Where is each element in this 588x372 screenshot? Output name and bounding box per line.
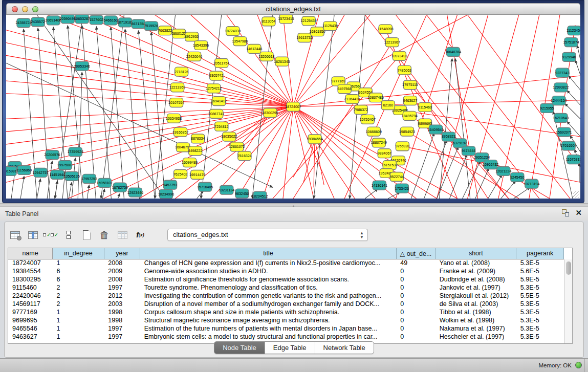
graph-node[interactable]: 62160 xyxy=(381,101,395,110)
graph-node[interactable]: 16210643 xyxy=(553,113,569,122)
graph-node[interactable]: 6497568 xyxy=(338,84,352,94)
column-header-short[interactable]: short xyxy=(435,248,516,259)
table-row[interactable]: 969969511998Structural magnetic resonanc… xyxy=(8,316,564,324)
graph-node[interactable]: 16782759 xyxy=(112,183,128,192)
network-window-titlebar[interactable]: citations_edges.txt xyxy=(6,3,580,15)
table-row[interactable]: 1830029562008Estimation of significance … xyxy=(8,275,564,283)
column-header-title[interactable]: title xyxy=(140,248,396,259)
graph-node[interactable]: 11123454 xyxy=(567,26,580,35)
column-header-out_de[interactable]: △ out_de... xyxy=(396,248,435,259)
close-panel-icon[interactable]: ✕ xyxy=(575,209,582,216)
graph-node[interactable]: 18724007 xyxy=(285,102,301,112)
network-canvas[interactable]: 1872400718300295193845542435572424355722… xyxy=(6,15,580,199)
tab-network-table[interactable]: Network Table xyxy=(315,342,374,354)
graph-node[interactable]: 15720407 xyxy=(360,115,376,124)
delete-table-icon[interactable]: 🗑 xyxy=(98,229,111,241)
graph-node[interactable]: 15716485 xyxy=(197,182,213,191)
graph-node[interactable]: 13200618 xyxy=(258,52,274,61)
graph-node[interactable]: 10688609 xyxy=(366,127,382,136)
graph-node[interactable]: 8113054 xyxy=(262,17,276,26)
graph-node[interactable]: 12021224 xyxy=(495,167,511,176)
column-header-in_degree[interactable]: in_degree xyxy=(53,248,104,259)
graph-node[interactable]: 8878334 xyxy=(191,134,205,143)
graph-node[interactable]: 10653287 xyxy=(74,15,90,24)
graph-node[interactable]: 10234996 xyxy=(158,189,174,199)
scrollbar-thumb[interactable] xyxy=(566,261,571,275)
graph-node[interactable]: 9227343 xyxy=(555,68,569,77)
graph-node[interactable]: 8912955 xyxy=(185,32,199,41)
table-row[interactable]: 1872400712008Changes of HCN gene express… xyxy=(8,259,564,267)
graph-node[interactable]: 12213369 xyxy=(169,83,185,92)
graph-node[interactable]: 15692071 xyxy=(556,127,572,137)
graph-node[interactable]: 2718126 xyxy=(175,67,188,76)
graph-node[interactable]: 12861072 xyxy=(229,142,245,151)
graph-node[interactable]: 12923446 xyxy=(127,188,143,197)
table-row[interactable]: 911546021997Tourette syndrome. Phenomeno… xyxy=(8,283,564,292)
graph-node[interactable]: 10654938 xyxy=(166,114,182,123)
graph-node[interactable]: 7663822 xyxy=(158,26,172,35)
graph-node[interactable]: 8671358 xyxy=(132,19,145,29)
graph-node[interactable]: 16261345 xyxy=(274,57,290,66)
function-builder-icon[interactable]: f(x) xyxy=(134,229,146,241)
graph-node[interactable]: 12213967 xyxy=(384,38,400,47)
column-header-pagerank[interactable]: pagerank xyxy=(516,248,564,259)
graph-node[interactable]: 14136141 xyxy=(372,181,387,190)
graph-node[interactable]: 11156869 xyxy=(16,166,32,175)
graph-node[interactable]: 16941412 xyxy=(211,97,227,106)
graph-node[interactable]: 11125439 xyxy=(322,21,338,31)
graph-node[interactable]: 13505135 xyxy=(64,171,80,181)
row-options-icon[interactable] xyxy=(62,229,75,241)
graph-node[interactable]: 12754212 xyxy=(206,84,222,93)
panel-splitter[interactable]: ▲ xyxy=(0,203,588,207)
table-row[interactable]: 977716911998Corpus callosum shape and si… xyxy=(8,308,564,316)
graph-node[interactable]: 20206576 xyxy=(45,150,60,160)
graph-node[interactable]: 10719185 xyxy=(117,18,133,27)
graph-node[interactable]: 11451944 xyxy=(50,170,66,179)
graph-node[interactable]: 9129946 xyxy=(562,52,576,61)
graph-node[interactable]: 22420046 xyxy=(186,52,202,61)
tab-edge-table[interactable]: Edge Table xyxy=(265,342,315,354)
graph-node[interactable]: 10973493 xyxy=(391,51,407,60)
graph-node[interactable]: 9115460 xyxy=(418,103,432,112)
graph-node[interactable]: 9463627 xyxy=(403,96,417,105)
graph-node[interactable]: 10962432 xyxy=(483,160,498,169)
table-vertical-scrollbar[interactable] xyxy=(564,259,572,343)
graph-node[interactable]: 20590498 xyxy=(60,15,76,24)
graph-node[interactable]: 6466160 xyxy=(104,16,118,25)
graph-node[interactable]: 24355724 xyxy=(15,18,31,28)
graph-node[interactable]: 2435572 xyxy=(31,17,45,27)
graph-node[interactable]: 18035022 xyxy=(221,132,237,141)
table-row[interactable]: 1456911722003Disruption of a novel membe… xyxy=(8,300,564,308)
graph-node[interactable]: 11548098 xyxy=(378,25,394,34)
graph-node[interactable]: 12444154 xyxy=(551,96,567,105)
graph-node[interactable]: 9215955 xyxy=(540,104,554,113)
graph-node[interactable]: 18300295 xyxy=(262,108,278,117)
graph-node[interactable]: 9832450 xyxy=(235,189,249,198)
graph-node[interactable]: 16409541 xyxy=(428,125,444,134)
graph-node[interactable]: 20053346 xyxy=(74,61,90,71)
table-row[interactable]: 2242004622012Investigating the contribut… xyxy=(8,292,564,300)
graph-node[interactable]: 9522744 xyxy=(390,172,404,181)
graph-node[interactable]: 18543396 xyxy=(193,41,209,50)
graph-node[interactable]: 15751074 xyxy=(563,38,579,47)
graph-node[interactable]: 17975115 xyxy=(402,80,418,90)
graph-node[interactable]: 14612446 xyxy=(246,45,262,54)
graph-node[interactable]: 10231134 xyxy=(219,185,234,194)
graph-node[interactable]: 7616324 xyxy=(237,151,251,161)
graph-node[interactable]: 17016504 xyxy=(560,141,576,150)
graph-node[interactable]: 16099489 xyxy=(182,158,198,167)
graph-node[interactable]: 16958107 xyxy=(97,178,113,187)
graph-node[interactable]: 9884067 xyxy=(378,149,391,158)
graph-node[interactable]: 7254812 xyxy=(214,122,228,131)
graph-node[interactable]: 16914479 xyxy=(189,170,205,179)
float-panel-icon[interactable] xyxy=(562,209,569,216)
graph-node[interactable]: 17957253 xyxy=(81,174,97,183)
graph-node[interactable]: 9305742 xyxy=(209,71,223,80)
graph-node[interactable]: 7485063 xyxy=(398,65,411,75)
graph-node[interactable]: 19166852 xyxy=(172,127,188,137)
new-table-icon[interactable] xyxy=(80,229,93,241)
graph-node[interactable]: 10713194 xyxy=(524,179,539,188)
table-row[interactable]: 1938455462009Genome-wide association stu… xyxy=(8,267,564,275)
graph-node[interactable]: 1527602 xyxy=(90,15,103,25)
table-settings-icon[interactable] xyxy=(9,229,21,241)
